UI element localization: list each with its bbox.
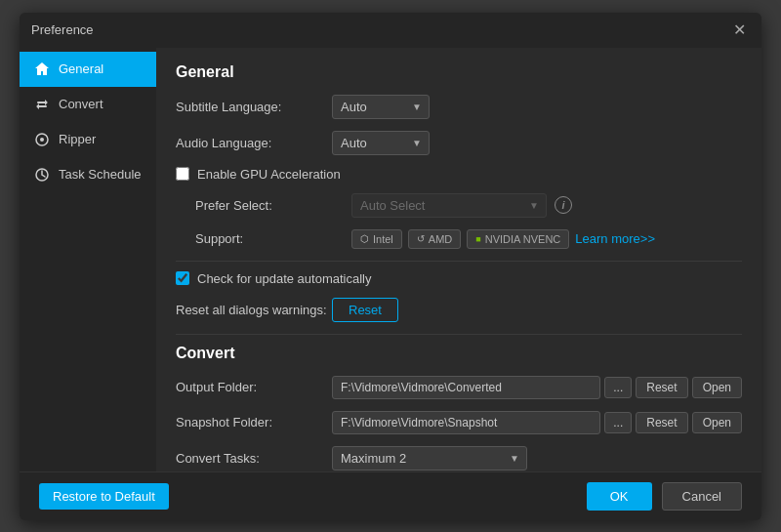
intel-badge: ⬡ Intel (351, 229, 402, 249)
amd-label: AMD (429, 233, 452, 245)
snapshot-folder-open-button[interactable]: Open (692, 412, 742, 433)
output-folder-reset-button[interactable]: Reset (636, 377, 687, 398)
task-schedule-icon (33, 167, 51, 183)
svg-point-1 (40, 138, 44, 142)
snapshot-folder-row: Snapshot Folder: ... Reset Open (176, 411, 742, 434)
gpu-acceleration-label[interactable]: Enable GPU Acceleration (197, 167, 341, 182)
titlebar: Preference ✕ (20, 13, 761, 48)
convert-tasks-select[interactable]: Maximum 1 Maximum 2 Maximum 3 Maximum 4 (332, 446, 527, 471)
sidebar-task-label: Task Schedule (59, 167, 142, 182)
audio-language-select-wrapper: Auto English Chinese ▼ (332, 131, 430, 155)
gpu-acceleration-checkbox[interactable] (176, 167, 189, 181)
sidebar-item-convert[interactable]: Convert (20, 87, 156, 122)
footer-actions: OK Cancel (587, 482, 742, 511)
subtitle-language-select-wrapper: Auto English Chinese French ▼ (332, 95, 430, 119)
convert-tasks-row: Convert Tasks: Maximum 1 Maximum 2 Maxim… (176, 446, 742, 471)
output-folder-open-button[interactable]: Open (692, 377, 742, 398)
check-update-row: Check for update automatically (176, 271, 742, 286)
output-folder-input[interactable] (332, 376, 600, 399)
sidebar-item-ripper[interactable]: Ripper (20, 122, 156, 157)
restore-default-button[interactable]: Restore to Default (39, 483, 169, 510)
reset-dialogs-label: Reset all dialogs warnings: (176, 303, 332, 317)
convert-tasks-select-wrapper: Maximum 1 Maximum 2 Maximum 3 Maximum 4 … (332, 446, 527, 471)
sidebar-ripper-label: Ripper (59, 132, 96, 146)
intel-icon: ⬡ (360, 233, 369, 244)
audio-language-select[interactable]: Auto English Chinese (332, 131, 430, 155)
convert-tasks-label: Convert Tasks: (176, 451, 332, 466)
output-folder-row: Output Folder: ... Reset Open (176, 376, 742, 399)
dialog-content: General Convert Ripper (20, 48, 761, 471)
preference-dialog: Preference ✕ General Convert (20, 13, 761, 520)
sidebar: General Convert Ripper (20, 48, 156, 471)
nvidia-icon: ■ (475, 234, 480, 244)
reset-dialogs-row: Reset all dialogs warnings: Reset (176, 298, 742, 322)
main-panel: General Subtitle Language: Auto English … (156, 48, 761, 471)
cancel-button[interactable]: Cancel (662, 482, 742, 511)
audio-language-row: Audio Language: Auto English Chinese ▼ (176, 131, 742, 155)
sidebar-general-label: General (59, 61, 103, 76)
intel-label: Intel (373, 233, 393, 245)
sidebar-convert-label: Convert (59, 97, 103, 111)
snapshot-folder-dots-button[interactable]: ... (604, 412, 632, 433)
ripper-icon (33, 132, 51, 147)
subtitle-language-label: Subtitle Language: (176, 100, 332, 114)
prefer-select-row: Prefer Select: Auto Select Intel AMD NVI… (195, 193, 742, 218)
sidebar-item-task-schedule[interactable]: Task Schedule (20, 157, 156, 192)
home-icon (33, 61, 51, 77)
snapshot-folder-reset-button[interactable]: Reset (636, 412, 687, 433)
info-icon[interactable]: i (555, 196, 572, 214)
amd-badge: ↺ AMD (408, 229, 461, 249)
prefer-select[interactable]: Auto Select Intel AMD NVIDIA NVENC (351, 193, 547, 218)
audio-language-label: Audio Language: (176, 136, 332, 150)
dialog-footer: Restore to Default OK Cancel (20, 471, 761, 520)
output-folder-dots-button[interactable]: ... (604, 377, 632, 398)
amd-icon: ↺ (417, 233, 425, 244)
convert-section-title: Convert (176, 345, 742, 362)
support-row: Support: ⬡ Intel ↺ AMD ■ NVIDIA NVENC Le… (195, 229, 742, 249)
reset-dialogs-button[interactable]: Reset (332, 298, 398, 322)
prefer-select-wrapper: Auto Select Intel AMD NVIDIA NVENC ▼ (351, 193, 547, 218)
check-update-checkbox[interactable] (176, 271, 189, 285)
learn-more-link[interactable]: Learn more>> (575, 231, 655, 246)
support-badges: ⬡ Intel ↺ AMD ■ NVIDIA NVENC Learn more>… (351, 229, 655, 249)
close-button[interactable]: ✕ (729, 20, 750, 40)
divider-2 (176, 334, 742, 335)
gpu-acceleration-row: Enable GPU Acceleration (176, 167, 742, 182)
sidebar-item-general[interactable]: General (20, 52, 156, 87)
general-section-title: General (176, 63, 742, 81)
ok-button[interactable]: OK (587, 482, 652, 511)
output-folder-label: Output Folder: (176, 380, 332, 394)
prefer-select-label: Prefer Select: (195, 198, 351, 213)
support-label: Support: (195, 231, 351, 246)
dialog-title: Preference (31, 22, 94, 37)
convert-icon (33, 97, 51, 112)
check-update-label[interactable]: Check for update automatically (197, 271, 371, 286)
subtitle-language-select[interactable]: Auto English Chinese French (332, 95, 430, 119)
divider-1 (176, 261, 742, 262)
subtitle-language-row: Subtitle Language: Auto English Chinese … (176, 95, 742, 119)
snapshot-folder-label: Snapshot Folder: (176, 415, 332, 430)
nvidia-badge: ■ NVIDIA NVENC (467, 229, 569, 249)
nvidia-label: NVIDIA NVENC (485, 233, 561, 245)
snapshot-folder-input[interactable] (332, 411, 600, 434)
